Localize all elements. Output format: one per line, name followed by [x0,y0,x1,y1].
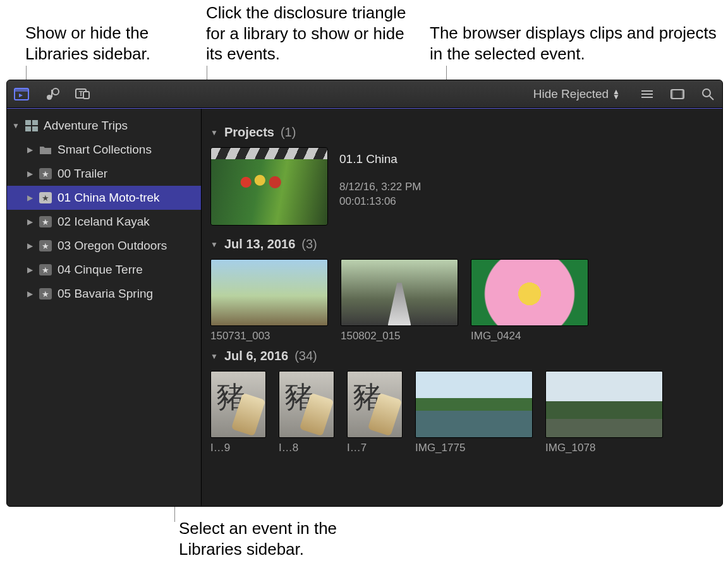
event-star-icon: ★ [39,167,52,180]
svg-marker-1 [19,94,23,97]
sidebar-library-label: Adventure Trips [44,119,128,133]
libraries-sidebar-toggle-icon[interactable] [13,86,30,102]
callout-browser: The browser displays clips and projects … [430,23,720,64]
section-count: (3) [301,237,317,251]
project-thumbnail[interactable] [210,147,328,226]
disclosure-triangle-icon[interactable] [210,128,218,137]
folder-icon [39,143,52,156]
clip-label: I…8 [279,442,334,454]
clip-thumbnail[interactable]: IMG_1775 [415,371,533,454]
svg-point-3 [47,95,52,100]
libraries-sidebar: Adventure Trips Smart Collections ★ 00 T… [7,109,202,506]
list-view-icon[interactable] [639,86,655,102]
section-header-projects[interactable]: Projects (1) [210,125,713,140]
clip-label: IMG_1775 [415,442,533,454]
clip-image [471,259,588,326]
section-count: (1) [281,125,296,140]
sidebar-item-event[interactable]: ★ 05 Bavaria Spring [7,282,201,306]
disclosure-triangle-icon[interactable] [210,240,218,249]
svg-rect-18 [32,120,38,125]
clip-label: 150802_015 [341,330,458,342]
project-duration: 00:01:13:06 [339,195,421,209]
project-metadata: 01.1 China 8/12/16, 3:22 PM 00:01:13:06 [339,147,421,209]
event-star-icon: ★ [39,191,52,204]
svg-point-15 [703,89,710,97]
sidebar-item-label: 02 Iceland Kayak [58,215,150,229]
svg-rect-19 [25,126,31,131]
chevron-right-icon[interactable] [26,145,33,154]
svg-rect-14 [682,90,684,99]
browser-pane: Projects (1) 01.1 China 8/12/16, 3:22 PM… [202,109,722,506]
sidebar-item-event[interactable]: ★ 03 Oregon Outdoors [7,234,201,258]
event-star-icon: ★ [39,215,52,228]
clip-image [347,371,403,438]
clip-filter-label: Hide Rejected [533,87,609,101]
sidebar-library-row[interactable]: Adventure Trips [7,114,201,138]
clip-image [415,371,533,438]
event-star-icon: ★ [39,288,52,300]
clip-thumbnail[interactable]: I…7 [347,371,403,454]
clip-image [210,371,266,438]
clip-label: 150731_003 [210,330,328,342]
event-star-icon: ★ [39,239,52,252]
chevron-right-icon[interactable] [26,265,33,274]
clip-label: I…7 [347,442,403,454]
svg-rect-8 [83,92,89,99]
section-title: Jul 6, 2016 [224,349,288,363]
search-icon[interactable] [700,86,716,102]
clip-thumbnail[interactable]: 150731_003 [210,259,328,342]
fcp-window: T Hide Rejected ▲▼ Adventure Trips [6,80,723,507]
clip-label: I…9 [210,442,266,454]
sidebar-item-label: 04 Cinque Terre [58,263,143,277]
callout-select-event: Select an event in the Libraries sidebar… [179,518,387,559]
svg-rect-20 [32,126,38,131]
svg-text:★: ★ [42,193,49,203]
clip-thumbnail[interactable]: IMG_0424 [471,259,588,342]
svg-text:★: ★ [42,265,49,275]
event-star-icon: ★ [39,263,52,276]
callout-sidebar-toggle: Show or hide the Libraries sidebar. [25,23,209,64]
section-header-date[interactable]: Jul 13, 2016 (3) [210,237,713,251]
clapperboard-icon [211,148,327,159]
filmstrip-view-icon[interactable] [669,86,686,102]
svg-rect-2 [15,88,28,92]
sidebar-item-event[interactable]: ★ 02 Iceland Kayak [7,210,201,234]
svg-line-16 [710,96,713,100]
clip-image [341,259,458,326]
clip-image [279,371,334,438]
clip-image [210,259,328,326]
sidebar-item-event[interactable]: ★ 01 China Moto-trek [7,186,201,210]
svg-text:★: ★ [42,241,49,251]
section-header-date[interactable]: Jul 6, 2016 (34) [210,349,713,363]
project-title: 01.1 China [339,152,421,166]
photos-music-sidebar-icon[interactable] [44,86,60,102]
project-thumb-image [211,159,327,225]
chevron-updown-icon: ▲▼ [612,89,620,99]
disclosure-triangle-icon[interactable] [210,352,218,361]
titles-generators-sidebar-icon[interactable]: T [74,86,90,102]
sidebar-item-event[interactable]: ★ 04 Cinque Terre [7,258,201,282]
chevron-right-icon[interactable] [26,169,33,178]
svg-point-5 [52,88,59,95]
section-title: Projects [224,125,274,140]
disclosure-triangle-icon[interactable] [12,121,20,130]
project-row[interactable]: 01.1 China 8/12/16, 3:22 PM 00:01:13:06 [210,147,713,226]
sidebar-item-event[interactable]: ★ 00 Trailer [7,162,201,186]
svg-rect-11 [641,97,653,98]
clip-filter-popup[interactable]: Hide Rejected ▲▼ [533,87,620,101]
section-title: Jul 13, 2016 [224,237,295,251]
chevron-right-icon[interactable] [26,241,33,250]
clip-thumbnail[interactable]: 150802_015 [341,259,458,342]
svg-rect-17 [25,120,31,125]
chevron-right-icon[interactable] [26,217,33,226]
section-count: (34) [294,349,317,363]
library-icon [25,119,39,132]
clip-thumbnail[interactable]: I…8 [279,371,334,454]
chevron-right-icon[interactable] [26,289,33,298]
chevron-right-icon[interactable] [26,193,33,202]
sidebar-item-smart-collections[interactable]: Smart Collections [7,138,201,162]
toolbar: T Hide Rejected ▲▼ [7,80,722,108]
svg-rect-10 [641,94,653,95]
clip-thumbnail[interactable]: IMG_1078 [545,371,663,454]
clip-thumbnail[interactable]: I…9 [210,371,266,454]
